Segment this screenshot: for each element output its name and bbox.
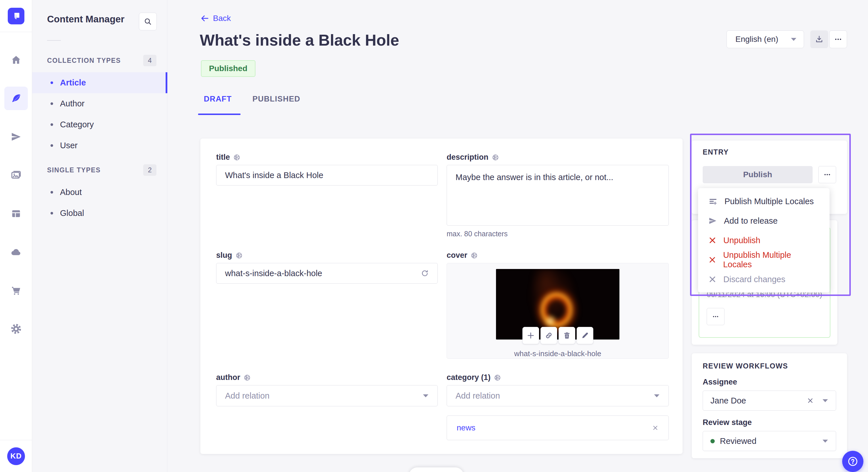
home-icon[interactable]	[4, 48, 28, 72]
field-label-text: description	[446, 153, 489, 162]
menu-item-add-to-release[interactable]: Add to release	[698, 211, 830, 231]
sidebar-item-article[interactable]: Article	[32, 72, 167, 93]
author-placeholder: Add relation	[225, 391, 270, 401]
search-button[interactable]	[139, 12, 157, 30]
sidebar-item-about[interactable]: About	[32, 182, 167, 203]
author-relation-select[interactable]: Add relation	[216, 385, 438, 406]
active-tab-underline	[198, 113, 241, 115]
single-types-section: SINGLE TYPES 2	[32, 164, 167, 176]
chevron-down-icon	[822, 399, 828, 403]
logo-section	[0, 0, 32, 32]
globe-icon	[244, 374, 251, 381]
link-icon	[545, 332, 553, 339]
sidebar-item-label: Category	[60, 120, 94, 129]
menu-item-label: Unpublish Multiple Locales	[723, 250, 819, 269]
locale-select[interactable]: English (en)	[726, 30, 804, 48]
collection-types-section: COLLECTION TYPES 4	[32, 55, 167, 66]
sidebar-item-user[interactable]: User	[32, 135, 167, 156]
menu-item-publish-multiple-locales[interactable]: Publish Multiple Locales	[698, 192, 830, 211]
clear-icon[interactable]	[807, 397, 814, 404]
globe-icon	[492, 154, 499, 161]
delete-media-button[interactable]	[559, 327, 575, 344]
content-builder-icon[interactable]	[4, 202, 28, 225]
strapi-logo[interactable]	[8, 8, 24, 24]
back-label: Back	[213, 14, 231, 23]
download-button[interactable]	[810, 30, 828, 48]
globe-icon	[494, 374, 501, 381]
more-options-button[interactable]	[829, 30, 847, 48]
pencil-icon	[581, 332, 589, 339]
version-tabs: DRAFT PUBLISHED	[204, 95, 300, 103]
ellipsis-icon	[712, 313, 719, 320]
author-field-label: author	[216, 373, 251, 382]
tab-published[interactable]: PUBLISHED	[252, 95, 300, 103]
edit-media-button[interactable]	[577, 327, 593, 344]
media-library-icon[interactable]	[4, 164, 28, 187]
arrow-left-icon	[200, 14, 209, 23]
status-badge: Published	[201, 60, 255, 77]
settings-gear-icon[interactable]	[4, 317, 28, 341]
sidebar-item-label: Author	[60, 99, 84, 108]
cover-filename: what-s-inside-a-black-hole	[447, 349, 669, 358]
slug-input[interactable]: what-s-inside-a-black-hole	[216, 263, 438, 283]
bottom-floating-pill[interactable]	[409, 467, 464, 472]
stage-status-dot	[710, 439, 715, 443]
review-stage-label: Review stage	[703, 418, 836, 427]
menu-item-unpublish[interactable]: Unpublish	[698, 231, 830, 250]
description-field-label: description	[446, 153, 499, 162]
entry-actions-row: Publish	[703, 166, 836, 183]
sidebar-item-label: About	[60, 188, 82, 197]
slug-field-label: slug	[216, 251, 243, 260]
regenerate-icon[interactable]	[421, 269, 429, 277]
user-avatar[interactable]: KD	[7, 447, 25, 465]
sidebar-item-author[interactable]: Author	[32, 93, 167, 114]
tab-draft[interactable]: DRAFT	[204, 95, 231, 103]
sidebar-item-label: Global	[60, 208, 84, 218]
add-media-button[interactable]	[522, 327, 539, 344]
field-label-text: author	[216, 373, 240, 382]
ellipsis-icon	[834, 35, 842, 43]
cross-icon	[708, 256, 716, 264]
content-manager-feather-icon[interactable]	[4, 87, 28, 110]
help-button[interactable]	[842, 451, 863, 472]
bullet-icon	[51, 123, 53, 126]
entry-more-button[interactable]	[818, 166, 836, 183]
entry-actions-menu: Publish Multiple Locales Add to release …	[698, 188, 830, 293]
category-relation-select[interactable]: Add relation	[446, 385, 669, 406]
copy-link-button[interactable]	[540, 327, 557, 344]
sidebar-item-category[interactable]: Category	[32, 114, 167, 135]
marketplace-cart-icon[interactable]	[4, 279, 28, 302]
remove-relation-icon[interactable]	[652, 425, 659, 431]
menu-item-discard-changes[interactable]: Discard changes	[698, 270, 830, 289]
sidebar-divider	[47, 40, 61, 41]
bullet-icon	[51, 144, 53, 147]
cross-icon	[708, 236, 716, 244]
menu-item-label: Unpublish	[723, 236, 761, 245]
description-hint: max. 80 characters	[446, 230, 508, 238]
cover-field-label: cover	[446, 251, 477, 260]
category-relation-item: news	[446, 415, 669, 440]
description-textarea[interactable]: Maybe the answer is in this article, or …	[446, 165, 669, 226]
review-stage-select[interactable]: Reviewed	[703, 431, 836, 451]
menu-item-label: Publish Multiple Locales	[724, 197, 814, 206]
category-field-label: category (1)	[446, 373, 501, 382]
sidebar-title: Content Manager	[47, 14, 125, 25]
relation-link-news[interactable]: news	[457, 423, 475, 432]
release-more-button[interactable]	[707, 308, 724, 325]
releases-plane-icon[interactable]	[4, 125, 28, 148]
assignee-select[interactable]: Jane Doe	[703, 391, 836, 411]
chevron-down-icon	[790, 37, 797, 41]
bullet-icon	[51, 102, 53, 105]
sidebar-item-global[interactable]: Global	[32, 203, 167, 224]
media-action-toolbar	[447, 327, 669, 344]
paper-plane-icon	[708, 216, 717, 225]
rail-bottom: KD	[0, 440, 32, 472]
bullet-icon	[51, 81, 53, 84]
download-icon	[815, 35, 824, 43]
menu-item-unpublish-multiple-locales[interactable]: Unpublish Multiple Locales	[698, 250, 830, 270]
title-input[interactable]: What's inside a Black Hole	[216, 165, 438, 186]
publish-button[interactable]: Publish	[703, 166, 813, 183]
cloud-icon[interactable]	[4, 240, 28, 264]
back-button[interactable]: Back	[200, 14, 231, 23]
assignee-value: Jane Doe	[710, 396, 807, 405]
